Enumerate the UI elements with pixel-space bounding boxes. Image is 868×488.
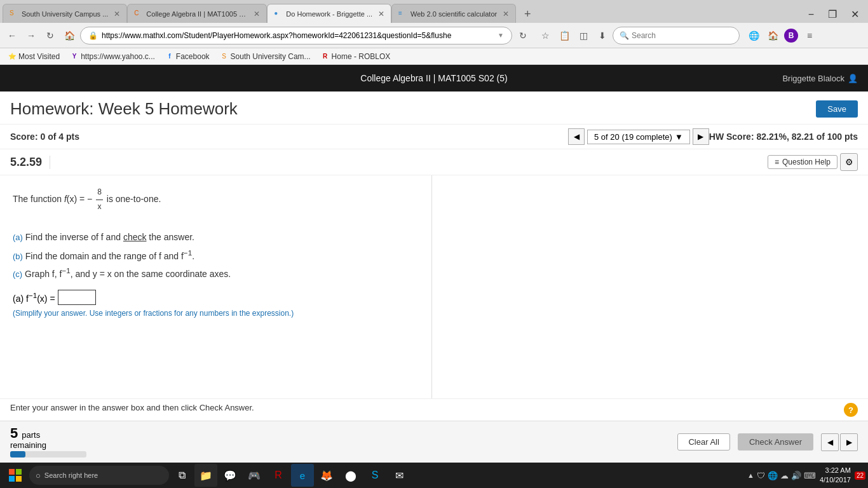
close-window-button[interactable]: ✕ xyxy=(844,6,865,23)
search-bar[interactable]: 🔍 xyxy=(613,27,740,44)
question-label-row: 5.2.59 ≡ Question Help ⚙ xyxy=(0,149,868,175)
clock-time: 3:22 AM xyxy=(820,466,851,475)
dropdown-arrow-icon: ▼ xyxy=(675,132,683,142)
volume-icon[interactable]: 🔊 xyxy=(791,471,801,480)
bottom-prev-button[interactable]: ◀ xyxy=(821,433,839,451)
clear-all-button[interactable]: Clear All xyxy=(677,433,729,451)
tab-close-3[interactable]: ✕ xyxy=(378,10,384,18)
answer-row: (a) f−1(x) = xyxy=(13,290,419,305)
taskbar-store[interactable]: 💬 xyxy=(219,464,241,487)
taskbar-search-bar[interactable]: ○ Search right here xyxy=(29,466,169,485)
url-bar[interactable]: 🔒 ▼ xyxy=(80,27,512,44)
superscript-neg1-c: −1 xyxy=(62,266,70,274)
check-answer-button[interactable]: Check Answer xyxy=(738,433,813,451)
task-view-icon: ⧉ xyxy=(179,470,186,481)
score-display: Score: 0 of 4 pts xyxy=(10,132,568,142)
next-question-button[interactable]: ▶ xyxy=(693,128,709,145)
facebook-icon: f xyxy=(165,52,174,61)
settings-button[interactable]: ⚙ xyxy=(840,153,858,171)
new-tab-button[interactable]: + xyxy=(519,5,536,23)
hw-score-label: HW Score: xyxy=(709,132,754,142)
maximize-button[interactable]: ❐ xyxy=(822,6,843,23)
help-question-icon[interactable]: ? xyxy=(844,403,858,417)
bookmark-icon[interactable]: ☆ xyxy=(538,28,553,43)
forward-button[interactable]: → xyxy=(23,27,39,44)
taskbar-file-explorer[interactable]: 📁 xyxy=(194,464,217,487)
bookmark-label-roblox: Home - ROBLOX xyxy=(332,52,391,61)
menu-icon[interactable]: ≡ xyxy=(802,28,817,43)
remaining-label: remaining xyxy=(10,440,46,450)
bookmark-roblox[interactable]: R Home - ROBLOX xyxy=(318,51,393,62)
reading-mode-icon[interactable]: 📋 xyxy=(557,28,572,43)
user-name-text: Briggette Blalock xyxy=(782,74,844,83)
window-controls: − ❐ ✕ xyxy=(802,6,865,23)
start-button[interactable] xyxy=(3,464,28,487)
tab-south-university[interactable]: S South University Campus ... ✕ xyxy=(3,4,127,23)
tab-do-homework[interactable]: ● Do Homework - Briggette ... ✕ xyxy=(267,4,391,23)
up-arrow-icon[interactable]: ▲ xyxy=(747,471,754,479)
notification-badge[interactable]: 22 xyxy=(855,471,865,480)
parts-count: 5 xyxy=(10,426,18,440)
bookmark-yahoo[interactable]: Y https://www.yahoo.c... xyxy=(67,51,158,62)
question-help-button[interactable]: ≡ Question Help xyxy=(768,155,837,169)
tab-close-4[interactable]: ✕ xyxy=(503,10,509,18)
part-a-description: (a) Find the inverse of f and check the … xyxy=(13,229,419,245)
search-input[interactable] xyxy=(632,31,733,40)
home-button[interactable]: 🏠 xyxy=(61,27,78,44)
taskbar-game[interactable]: 🎮 xyxy=(243,464,266,487)
roblox-taskbar-icon: R xyxy=(275,470,282,481)
pocket-icon[interactable]: ◫ xyxy=(576,28,591,43)
mathxl-header: College Algebra II | MAT1005 S02 (5) Bri… xyxy=(0,65,868,92)
tab-close-1[interactable]: ✕ xyxy=(114,10,120,18)
browser-action-icons: 🌐 🏠 B ≡ xyxy=(746,28,817,43)
tab-close-2[interactable]: ✕ xyxy=(254,10,260,18)
taskbar-chrome[interactable]: ⬤ xyxy=(339,464,362,487)
part-b-description: (b) Find the domain and the range of f a… xyxy=(13,246,419,264)
main-content: Homework: Week 5 Homework Save Score: 0 … xyxy=(0,92,868,463)
nav-icon-1[interactable]: 🌐 xyxy=(746,28,761,43)
taskbar-skype[interactable]: S xyxy=(363,464,386,487)
back-button[interactable]: ← xyxy=(4,27,20,44)
parts-count-row: 5 parts xyxy=(10,426,40,440)
question-info-text: 5 of 20 (19 complete) xyxy=(594,132,672,142)
superscript-neg1-answer: −1 xyxy=(29,291,37,299)
minimize-button[interactable]: − xyxy=(802,6,820,23)
reload-button[interactable]: ↻ xyxy=(42,27,58,44)
parts-info: 5 parts remaining xyxy=(10,426,86,458)
svg-rect-2 xyxy=(9,476,15,482)
task-view-button[interactable]: ⧉ xyxy=(170,464,193,487)
tab-calculator[interactable]: ≡ Web 2.0 scientific calculator ✕ xyxy=(391,4,516,23)
system-tray-icons: ▲ 🛡 🌐 ☁ 🔊 ⌨ xyxy=(747,471,816,480)
firefox-icon: 🦊 xyxy=(320,470,333,482)
enter-hint-bar: Enter your answer in the answer box and … xyxy=(0,398,868,421)
network-icon: 🌐 xyxy=(768,471,778,480)
question-left-panel: The function f(x) = − 8 x is one-to-one.… xyxy=(0,175,432,398)
dropdown-icon: ▼ xyxy=(498,32,504,39)
bookmark-facebook[interactable]: f Facebook xyxy=(163,51,212,62)
refresh-url-button[interactable]: ↻ xyxy=(515,27,531,44)
tab-bar: S South University Campus ... ✕ C Colleg… xyxy=(0,0,868,23)
question-info-dropdown[interactable]: 5 of 20 (19 complete) ▼ xyxy=(587,130,690,144)
nav-icon-2[interactable]: 🏠 xyxy=(765,28,780,43)
homework-title: Homework: Week 5 Homework xyxy=(10,99,238,119)
download-icon[interactable]: ⬇ xyxy=(595,28,610,43)
bookmark-most-visited[interactable]: ⭐ Most Visited xyxy=(5,51,62,62)
file-explorer-icon: 📁 xyxy=(200,470,212,482)
bottom-next-button[interactable]: ▶ xyxy=(840,433,858,451)
superscript-neg1-b: −1 xyxy=(184,248,192,257)
url-input[interactable] xyxy=(102,31,494,40)
save-button[interactable]: Save xyxy=(816,100,858,118)
search-icon: 🔍 xyxy=(620,31,629,40)
taskbar-roblox[interactable]: R xyxy=(267,464,290,487)
taskbar-firefox[interactable]: 🦊 xyxy=(315,464,338,487)
bookmark-south-university[interactable]: S South University Cam... xyxy=(217,51,313,62)
answer-input[interactable] xyxy=(58,290,96,305)
profile-avatar[interactable]: B xyxy=(784,29,798,43)
tab-favicon-3: ● xyxy=(274,10,283,18)
south-univ-icon: S xyxy=(220,52,229,61)
taskbar-mail[interactable]: ✉ xyxy=(388,464,410,487)
prev-question-button[interactable]: ◀ xyxy=(568,128,585,145)
question-right-panel xyxy=(432,175,868,398)
tab-college-algebra[interactable]: C College Algebra II | MAT1005 S... ✕ xyxy=(127,4,267,23)
taskbar-edge[interactable]: e xyxy=(291,464,314,487)
